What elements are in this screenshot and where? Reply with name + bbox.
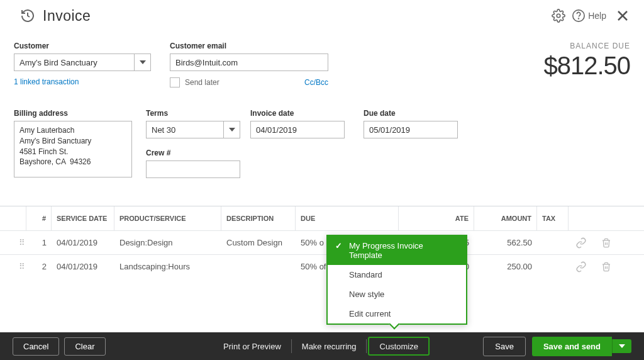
save-and-send-button[interactable]: Save and send — [532, 337, 612, 356]
help-label: Help — [588, 11, 606, 21]
table-row[interactable]: ⠿ 2 04/01/2019 Landscaping:Hours 50% of … — [0, 254, 644, 278]
crew-input[interactable] — [146, 160, 240, 178]
col-product: PRODUCT/SERVICE — [114, 206, 221, 230]
page-title: Invoice — [43, 8, 91, 25]
row-product[interactable]: Design:Design — [114, 231, 221, 254]
crew-label: Crew # — [146, 149, 240, 157]
customize-popup: My Progress Invoice TemplateStandardNew … — [326, 235, 467, 325]
col-rate: ATE — [436, 206, 474, 230]
due-date-input[interactable] — [364, 121, 458, 138]
customize-menu-item[interactable]: New style — [328, 284, 466, 304]
balance-due-label: BALANCE DUE — [543, 42, 630, 50]
clear-button[interactable]: Clear — [64, 337, 105, 356]
billing-textarea[interactable] — [14, 121, 132, 177]
cancel-button[interactable]: Cancel — [13, 337, 59, 356]
link-icon[interactable] — [569, 255, 594, 278]
svg-point-2 — [579, 18, 579, 19]
row-tax[interactable] — [537, 255, 569, 278]
customize-menu-item[interactable]: Edit current — [328, 304, 466, 323]
row-tax[interactable] — [537, 231, 569, 254]
customer-value: Amy's Bird Sanctuary — [14, 58, 134, 67]
close-icon[interactable] — [615, 8, 630, 23]
col-due: DUE — [296, 206, 399, 230]
customer-dropdown[interactable]: Amy's Bird Sanctuary — [14, 53, 151, 71]
row-amount[interactable]: 562.50 — [474, 231, 537, 254]
trash-icon[interactable] — [594, 231, 619, 254]
print-preview-button[interactable]: Print or Preview — [214, 338, 290, 355]
billing-label: Billing address — [14, 109, 132, 118]
row-num: 2 — [26, 255, 52, 278]
col-service-date: SERVICE DATE — [52, 206, 114, 230]
customer-dropdown-button[interactable] — [134, 54, 150, 70]
customize-menu-item[interactable]: Standard — [328, 265, 466, 284]
row-amount[interactable]: 250.00 — [474, 255, 537, 278]
svg-point-0 — [557, 14, 560, 18]
email-input[interactable] — [170, 53, 328, 71]
make-recurring-button[interactable]: Make recurring — [293, 338, 365, 355]
due-date-label: Due date — [364, 109, 458, 118]
linked-transaction-link[interactable]: 1 linked transaction — [14, 77, 151, 86]
row-description[interactable] — [221, 255, 296, 278]
ccbcc-link[interactable]: Cc/Bcc — [304, 78, 328, 87]
row-description[interactable]: Custom Design — [221, 231, 296, 254]
help-button[interactable]: Help — [572, 9, 606, 23]
customize-menu-item[interactable]: My Progress Invoice Template — [328, 236, 466, 265]
gear-icon[interactable] — [552, 9, 565, 23]
table-row[interactable]: ⠿ 1 04/01/2019 Design:Design Custom Desi… — [0, 230, 644, 254]
row-date[interactable]: 04/01/2019 — [52, 255, 114, 278]
terms-label: Terms — [146, 109, 240, 118]
link-icon[interactable] — [569, 231, 594, 254]
terms-value: Net 30 — [147, 125, 223, 135]
customer-label: Customer — [14, 42, 151, 50]
save-and-send-dropdown[interactable] — [612, 339, 631, 353]
terms-dropdown[interactable]: Net 30 — [146, 121, 240, 138]
col-num: # — [26, 206, 52, 230]
trash-icon[interactable] — [594, 255, 619, 278]
drag-handle-icon[interactable]: ⠿ — [14, 255, 26, 278]
drag-handle-icon[interactable]: ⠿ — [14, 231, 26, 254]
terms-dropdown-button[interactable] — [223, 121, 240, 138]
customize-button[interactable]: Customize — [371, 338, 427, 355]
invoice-date-input[interactable] — [250, 121, 345, 138]
svg-point-1 — [573, 10, 584, 21]
row-date[interactable]: 04/01/2019 — [52, 231, 114, 254]
email-label: Customer email — [170, 42, 328, 50]
col-amount: AMOUNT — [474, 206, 537, 230]
send-later-label: Send later — [185, 78, 219, 87]
col-tax: TAX — [537, 206, 569, 230]
send-later-checkbox[interactable] — [170, 77, 180, 87]
balance-due-amount: $812.50 — [543, 52, 630, 80]
save-button[interactable]: Save — [483, 337, 526, 356]
invoice-date-label: Invoice date — [250, 109, 345, 118]
history-icon[interactable] — [20, 8, 35, 23]
col-description: DESCRIPTION — [221, 206, 296, 230]
row-num: 1 — [26, 231, 52, 254]
row-product[interactable]: Landscaping:Hours — [114, 255, 221, 278]
